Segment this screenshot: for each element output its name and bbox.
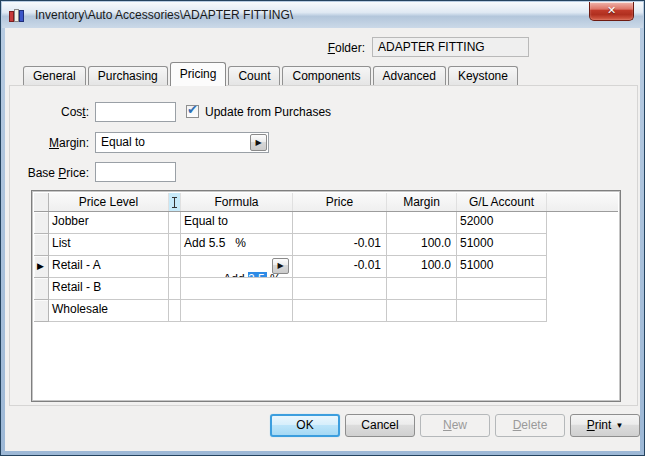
- price-levels-grid: Price Level Formula Price Margin G/L Acc…: [31, 190, 621, 402]
- cell-gl-account[interactable]: 51000: [457, 256, 547, 278]
- header-price[interactable]: Price: [293, 193, 387, 211]
- cell-cursor-col[interactable]: [169, 278, 181, 300]
- header-price-level[interactable]: Price Level: [49, 193, 169, 211]
- cell-price[interactable]: [293, 212, 387, 234]
- cell-margin[interactable]: [387, 300, 457, 322]
- cell-gl-account[interactable]: [457, 300, 547, 322]
- cell-cursor-col[interactable]: [169, 256, 181, 278]
- cell-gl-account[interactable]: 52000: [457, 212, 547, 234]
- tab-purchasing[interactable]: Purchasing: [88, 66, 168, 86]
- row-selector[interactable]: [34, 234, 49, 256]
- print-button[interactable]: Print▼: [570, 414, 640, 437]
- tab-components[interactable]: Components: [282, 66, 370, 86]
- table-row-list: List Add 5.5 % -0.01 100.0 51000: [34, 234, 618, 256]
- margin-combo[interactable]: Equal to ▶: [95, 132, 269, 153]
- check-icon: ✔: [187, 102, 198, 117]
- base-price-input[interactable]: [95, 162, 176, 182]
- delete-button[interactable]: Delete: [495, 414, 565, 437]
- header-margin[interactable]: Margin: [387, 193, 457, 211]
- tab-keystone[interactable]: Keystone: [448, 66, 518, 86]
- selected-text: 2.5: [248, 272, 267, 278]
- cancel-button[interactable]: Cancel: [345, 414, 415, 437]
- window-title: Inventory\Auto Accessories\ADAPTER FITTI…: [35, 8, 293, 22]
- close-icon[interactable]: ✕: [589, 2, 634, 21]
- cell-price[interactable]: -0.01: [293, 256, 387, 278]
- tab-pricing[interactable]: Pricing: [170, 62, 227, 86]
- row-selector[interactable]: [34, 278, 49, 300]
- cell-price-level[interactable]: Retail - B: [49, 278, 169, 300]
- table-row-retail-a: ▶ Retail - A Add 2.5 % ▶ -0.01 100.0 510…: [34, 256, 618, 278]
- tab-count[interactable]: Count: [228, 66, 280, 86]
- margin-value: Equal to: [101, 135, 145, 149]
- margin-label: Margin:: [27, 136, 89, 150]
- dialog-button-row: OK Cancel New Delete Print▼: [270, 414, 640, 437]
- cell-formula-editing[interactable]: Add 2.5 % ▶: [181, 256, 293, 278]
- table-row-wholesale: Wholesale: [34, 300, 618, 322]
- cell-formula[interactable]: [181, 278, 293, 300]
- cell-formula[interactable]: Equal to: [181, 212, 293, 234]
- cell-cursor-col[interactable]: [169, 300, 181, 322]
- update-from-purchases-label: Update from Purchases: [205, 105, 331, 119]
- folder-field[interactable]: ADAPTER FITTING: [372, 37, 529, 57]
- cell-gl-account[interactable]: 51000: [457, 234, 547, 256]
- tab-general[interactable]: General: [23, 66, 86, 86]
- cell-price-level[interactable]: List: [49, 234, 169, 256]
- table-row-retail-b: Retail - B: [34, 278, 618, 300]
- app-icon: [9, 8, 27, 23]
- cell-margin[interactable]: [387, 278, 457, 300]
- cell-price[interactable]: [293, 278, 387, 300]
- header-formula[interactable]: Formula: [181, 193, 293, 211]
- tab-strip: General Purchasing Pricing Count Compone…: [23, 62, 520, 86]
- cell-gl-account[interactable]: [457, 278, 547, 300]
- cell-margin[interactable]: 100.0: [387, 234, 457, 256]
- cell-formula[interactable]: Add 5.5 %: [181, 234, 293, 256]
- cell-cursor-col[interactable]: [169, 234, 181, 256]
- margin-dropdown-arrow-icon[interactable]: ▶: [250, 134, 267, 151]
- grid-header-row: Price Level Formula Price Margin G/L Acc…: [34, 193, 618, 212]
- cell-price-level[interactable]: Retail - A: [49, 256, 169, 278]
- ok-button[interactable]: OK: [270, 414, 340, 437]
- table-row-jobber: Jobber Equal to 52000: [34, 212, 618, 234]
- cost-input[interactable]: [95, 102, 176, 122]
- row-selector[interactable]: [34, 300, 49, 322]
- cell-margin[interactable]: 100.0: [387, 256, 457, 278]
- formula-dropdown-arrow-icon[interactable]: ▶: [272, 258, 289, 274]
- dialog-window: Inventory\Auto Accessories\ADAPTER FITTI…: [0, 0, 645, 456]
- print-dropdown-arrow-icon: ▼: [615, 421, 623, 430]
- cell-price-level[interactable]: Wholesale: [49, 300, 169, 322]
- cell-price[interactable]: -0.01: [293, 234, 387, 256]
- cell-price-level[interactable]: Jobber: [49, 212, 169, 234]
- cell-margin[interactable]: [387, 212, 457, 234]
- update-from-purchases-checkbox[interactable]: ✔: [186, 105, 199, 118]
- cell-formula[interactable]: [181, 300, 293, 322]
- header-cursor-cell[interactable]: [169, 193, 181, 211]
- cost-label: Cost:: [27, 105, 89, 119]
- base-price-label: Base Price:: [15, 166, 89, 180]
- folder-label: Folder:: [301, 41, 365, 55]
- ibeam-cursor-icon: [172, 197, 177, 208]
- row-selector-current[interactable]: ▶: [34, 256, 49, 278]
- row-selector[interactable]: [34, 212, 49, 234]
- header-selector-cell[interactable]: [34, 193, 49, 211]
- title-bar[interactable]: Inventory\Auto Accessories\ADAPTER FITTI…: [2, 2, 643, 28]
- current-row-pointer-icon: ▶: [37, 260, 44, 273]
- cell-price[interactable]: [293, 300, 387, 322]
- dialog-body: Folder: ADAPTER FITTING General Purchasi…: [5, 28, 640, 451]
- cell-cursor-col[interactable]: [169, 212, 181, 234]
- tab-advanced[interactable]: Advanced: [373, 66, 446, 86]
- new-button[interactable]: New: [420, 414, 490, 437]
- header-gl-account[interactable]: G/L Account: [457, 193, 547, 211]
